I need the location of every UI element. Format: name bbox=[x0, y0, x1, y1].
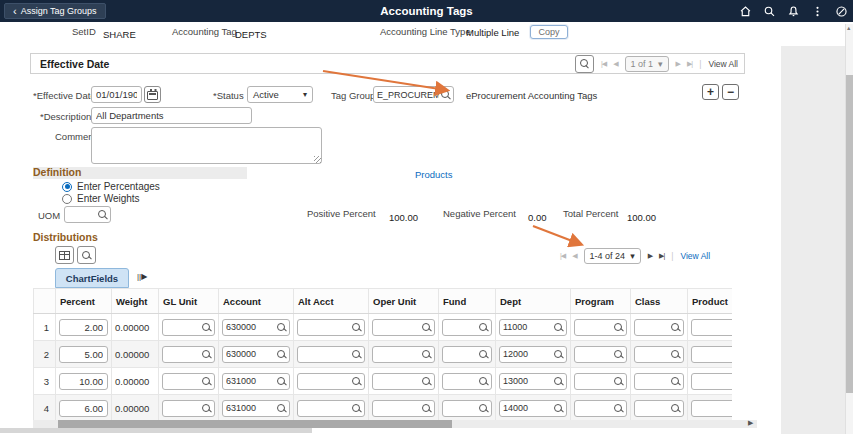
navbar-icon[interactable] bbox=[834, 4, 848, 18]
scroll-up-icon[interactable]: ▲ bbox=[846, 25, 851, 31]
lookup-icon[interactable] bbox=[671, 323, 680, 332]
lookup-icon[interactable] bbox=[352, 350, 361, 359]
lookup-icon[interactable] bbox=[98, 210, 107, 219]
tab-chartfields[interactable]: ChartFields bbox=[55, 268, 129, 288]
lookup-icon[interactable] bbox=[614, 350, 623, 359]
product-lookup[interactable] bbox=[691, 346, 732, 363]
actions-menu-icon[interactable] bbox=[810, 4, 824, 18]
alt-acct-lookup[interactable] bbox=[297, 373, 365, 390]
gl-unit-lookup[interactable] bbox=[162, 319, 215, 336]
uom-lookup[interactable] bbox=[64, 206, 111, 223]
account-lookup[interactable]: 630000 bbox=[222, 346, 290, 363]
gl-unit-lookup[interactable] bbox=[162, 373, 215, 390]
lookup-icon[interactable] bbox=[277, 404, 286, 413]
lookup-icon[interactable] bbox=[422, 377, 431, 386]
description-input[interactable] bbox=[91, 107, 252, 124]
fund-lookup[interactable] bbox=[442, 373, 492, 390]
lookup-icon[interactable] bbox=[277, 323, 286, 332]
prev-page-icon[interactable]: ◀ bbox=[613, 60, 617, 68]
dept-lookup[interactable]: 12000 bbox=[499, 346, 567, 363]
lookup-icon[interactable] bbox=[352, 323, 361, 332]
last-page-icon[interactable]: ▶| bbox=[687, 60, 692, 68]
rows-range-dropdown[interactable]: 1-4 of 24 ▾ bbox=[584, 248, 641, 264]
lookup-icon[interactable] bbox=[671, 404, 680, 413]
product-lookup[interactable] bbox=[691, 319, 732, 336]
show-all-columns-icon[interactable]: ||▶ bbox=[137, 272, 147, 281]
lookup-icon[interactable] bbox=[277, 377, 286, 386]
lookup-icon[interactable] bbox=[202, 323, 211, 332]
class-lookup[interactable] bbox=[634, 373, 684, 390]
view-all-link[interactable]: View All bbox=[680, 251, 710, 261]
lookup-icon[interactable] bbox=[422, 404, 431, 413]
comments-textarea[interactable] bbox=[91, 127, 322, 164]
lookup-icon[interactable] bbox=[614, 404, 623, 413]
home-icon[interactable] bbox=[738, 4, 752, 18]
lookup-icon[interactable] bbox=[422, 350, 431, 359]
percent-input[interactable] bbox=[59, 319, 108, 336]
first-page-icon[interactable]: |◀ bbox=[601, 60, 606, 68]
oper-unit-lookup[interactable] bbox=[372, 319, 435, 336]
lookup-icon[interactable] bbox=[554, 377, 563, 386]
dept-lookup[interactable]: 11000 bbox=[499, 319, 567, 336]
class-lookup[interactable] bbox=[634, 319, 684, 336]
products-link[interactable]: Products bbox=[415, 169, 453, 180]
enter-percentages-radio[interactable]: Enter Percentages bbox=[62, 181, 160, 192]
add-row-button[interactable]: + bbox=[702, 84, 719, 100]
lookup-icon[interactable] bbox=[202, 404, 211, 413]
gl-unit-lookup[interactable] bbox=[162, 346, 215, 363]
delete-row-button[interactable]: − bbox=[722, 84, 739, 100]
search-icon[interactable] bbox=[762, 4, 776, 18]
lookup-icon[interactable] bbox=[441, 90, 450, 99]
next-page-icon[interactable]: ▶ bbox=[676, 60, 680, 68]
lookup-icon[interactable] bbox=[422, 323, 431, 332]
section-search-button[interactable] bbox=[575, 55, 594, 73]
scrollbar-thumb[interactable] bbox=[846, 75, 853, 393]
product-lookup[interactable] bbox=[691, 400, 732, 417]
percent-input[interactable] bbox=[59, 373, 108, 390]
back-button[interactable]: ‹ Assign Tag Groups bbox=[4, 3, 106, 19]
lookup-icon[interactable] bbox=[554, 350, 563, 359]
scrollbar-thumb[interactable] bbox=[58, 420, 452, 428]
resize-handle-icon[interactable] bbox=[314, 156, 321, 163]
effective-date-input[interactable] bbox=[91, 86, 142, 103]
percent-input[interactable] bbox=[59, 346, 108, 363]
page-horizontal-scrollbar[interactable] bbox=[0, 428, 312, 433]
notifications-icon[interactable] bbox=[786, 4, 800, 18]
account-lookup[interactable]: 631000 bbox=[222, 400, 290, 417]
lookup-icon[interactable] bbox=[479, 323, 488, 332]
alt-acct-lookup[interactable] bbox=[297, 319, 365, 336]
oper-unit-lookup[interactable] bbox=[372, 346, 435, 363]
grid-search-button[interactable] bbox=[77, 246, 96, 264]
oper-unit-lookup[interactable] bbox=[372, 373, 435, 390]
fund-lookup[interactable] bbox=[442, 346, 492, 363]
lookup-icon[interactable] bbox=[614, 323, 623, 332]
scroll-right-icon[interactable]: ▶ bbox=[748, 419, 753, 427]
account-lookup[interactable]: 630000 bbox=[222, 319, 290, 336]
account-lookup[interactable]: 631000 bbox=[222, 373, 290, 390]
next-page-icon[interactable]: ▶ bbox=[648, 252, 652, 260]
copy-button[interactable]: Copy bbox=[530, 25, 568, 39]
alt-acct-lookup[interactable] bbox=[297, 346, 365, 363]
lookup-icon[interactable] bbox=[479, 350, 488, 359]
lookup-icon[interactable] bbox=[479, 404, 488, 413]
gl-unit-lookup[interactable] bbox=[162, 400, 215, 417]
row-range-dropdown[interactable]: 1 of 1 ▾ bbox=[625, 56, 669, 72]
class-lookup[interactable] bbox=[634, 346, 684, 363]
personalize-grid-button[interactable] bbox=[55, 246, 74, 264]
lookup-icon[interactable] bbox=[202, 377, 211, 386]
lookup-icon[interactable] bbox=[202, 350, 211, 359]
lookup-icon[interactable] bbox=[554, 323, 563, 332]
program-lookup[interactable] bbox=[574, 319, 627, 336]
lookup-icon[interactable] bbox=[352, 404, 361, 413]
lookup-icon[interactable] bbox=[671, 350, 680, 359]
lookup-icon[interactable] bbox=[352, 377, 361, 386]
prev-page-icon[interactable]: ◀ bbox=[572, 252, 576, 260]
fund-lookup[interactable] bbox=[442, 400, 492, 417]
dept-lookup[interactable]: 14000 bbox=[499, 400, 567, 417]
percent-input[interactable] bbox=[59, 400, 108, 417]
lookup-icon[interactable] bbox=[671, 377, 680, 386]
enter-weights-radio[interactable]: Enter Weights bbox=[62, 193, 140, 204]
program-lookup[interactable] bbox=[574, 373, 627, 390]
first-page-icon[interactable]: |◀ bbox=[560, 252, 565, 260]
fund-lookup[interactable] bbox=[442, 319, 492, 336]
